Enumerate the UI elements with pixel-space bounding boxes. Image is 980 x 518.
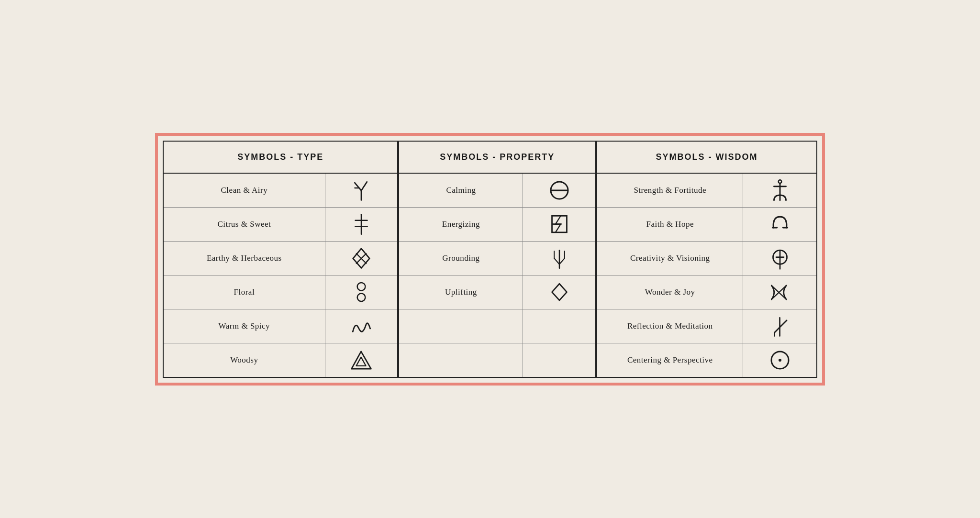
header-type: SYMBOLS - TYPE: [164, 142, 398, 173]
table-row: Citrus & Sweet Energizing: [164, 207, 816, 241]
prop-symbol-2: [523, 207, 596, 241]
prop-text-1: Calming: [398, 173, 523, 208]
prop-symbol-6: [523, 343, 596, 377]
wisdom-text-2: Faith & Hope: [596, 207, 743, 241]
table-row: Floral Uplifting: [164, 275, 816, 309]
type-symbol-4: [325, 275, 398, 309]
wisdom-symbol-6: [743, 343, 816, 377]
wisdom-text-6: Centering & Perspective: [596, 343, 743, 377]
prop-symbol-3: [523, 241, 596, 275]
prop-text-5: [398, 309, 523, 343]
table-row: Clean & Airy Calming: [164, 173, 816, 208]
svg-point-30: [779, 359, 781, 362]
table-container: SYMBOLS - TYPE SYMBOLS - PROPERTY SYMBOL…: [163, 141, 817, 378]
type-symbol-6: [325, 343, 398, 377]
type-text-5: Warm & Spicy: [164, 309, 325, 343]
type-text-4: Floral: [164, 275, 325, 309]
type-text-3: Earthy & Herbaceous: [164, 241, 325, 275]
type-symbol-3: [325, 241, 398, 275]
symbols-table: SYMBOLS - TYPE SYMBOLS - PROPERTY SYMBOL…: [164, 142, 816, 377]
wisdom-symbol-1: [743, 173, 816, 208]
wisdom-text-4: Wonder & Joy: [596, 275, 743, 309]
prop-symbol-1: [523, 173, 596, 208]
svg-line-15: [554, 258, 559, 265]
svg-point-23: [357, 283, 366, 291]
prop-text-3: Grounding: [398, 241, 523, 275]
prop-symbol-4: [523, 275, 596, 309]
type-text-2: Citrus & Sweet: [164, 207, 325, 241]
wisdom-symbol-4: [743, 275, 816, 309]
prop-text-6: [398, 343, 523, 377]
header-property: SYMBOLS - PROPERTY: [398, 142, 596, 173]
wisdom-text-3: Creativity & Visioning: [596, 241, 743, 275]
type-text-6: Woodsy: [164, 343, 325, 377]
type-symbol-1: [325, 173, 398, 208]
table-row: Woodsy Centering & Perspective: [164, 343, 816, 377]
svg-point-24: [357, 293, 366, 301]
svg-line-16: [559, 258, 565, 265]
table-row: Warm & Spicy Reflection & Meditation: [164, 309, 816, 343]
svg-point-4: [778, 180, 781, 183]
prop-text-4: Uplifting: [398, 275, 523, 309]
outer-border: SYMBOLS - TYPE SYMBOLS - PROPERTY SYMBOL…: [155, 133, 825, 386]
wisdom-symbol-5: [743, 309, 816, 343]
wisdom-text-1: Strength & Fortitude: [596, 173, 743, 208]
wisdom-symbol-2: [743, 207, 816, 241]
type-text-1: Clean & Airy: [164, 173, 325, 208]
type-symbol-2: [325, 207, 398, 241]
prop-symbol-5: [523, 309, 596, 343]
table-row: Earthy & Herbaceous Grounding: [164, 241, 816, 275]
type-symbol-5: [325, 309, 398, 343]
wisdom-symbol-3: [743, 241, 816, 275]
wisdom-text-5: Reflection & Meditation: [596, 309, 743, 343]
prop-text-2: Energizing: [398, 207, 523, 241]
header-wisdom: SYMBOLS - WISDOM: [596, 142, 816, 173]
